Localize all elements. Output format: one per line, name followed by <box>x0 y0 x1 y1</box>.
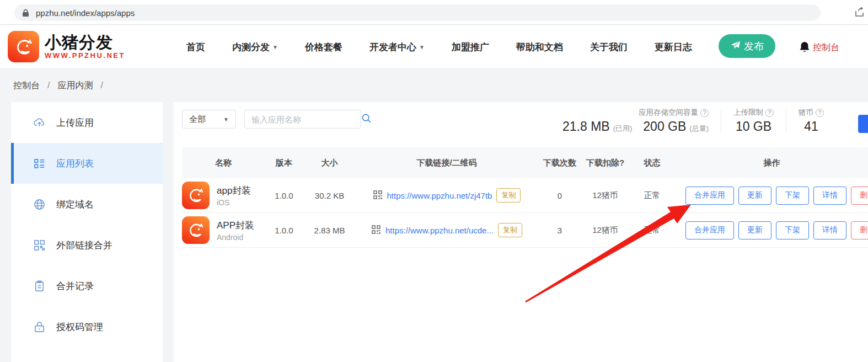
sidebar-item-bind-domain[interactable]: 绑定域名 <box>11 184 163 225</box>
coin-label: 猪币 ? <box>799 108 824 118</box>
nav-affiliate[interactable]: 加盟推广 <box>452 41 489 54</box>
coin-stat: 猪币 ? 41 <box>799 108 824 134</box>
table-row: APP封装 Android 1.0.0 2.83 MB https://www.… <box>182 213 868 248</box>
details-button[interactable]: 详情 <box>813 187 846 205</box>
console-link[interactable]: 控制台 <box>813 42 839 54</box>
account-stats: 应用存储空间容量 ? 21.8 MB (已用) 200 GB (总量) 上传限制… <box>562 108 824 134</box>
breadcrumb-console[interactable]: 控制台 <box>13 80 40 92</box>
nav-about[interactable]: 关于我们 <box>590 41 628 54</box>
clipboard-icon <box>33 280 46 292</box>
col-deduct: 下载扣除? <box>582 158 629 168</box>
help-icon[interactable]: ? <box>816 109 824 117</box>
sidebar-item-merge-records[interactable]: 合并记录 <box>11 265 163 306</box>
col-version: 版本 <box>265 158 303 168</box>
breadcrumb-separator: / <box>100 81 103 91</box>
chevron-down-icon: ▼ <box>272 44 278 50</box>
nav-changelog[interactable]: 更新日志 <box>655 41 692 54</box>
search-input[interactable] <box>251 115 361 124</box>
help-icon[interactable]: ? <box>765 109 774 117</box>
nav-developer-center[interactable]: 开发者中心▼ <box>369 41 425 54</box>
download-count: 3 <box>538 226 582 235</box>
merge-app-button[interactable]: 合并应用 <box>685 221 734 239</box>
upload-limit-label: 上传限制 ? <box>733 108 774 118</box>
share-icon[interactable] <box>854 6 866 18</box>
search-icon[interactable] <box>361 113 372 126</box>
nav-help-docs[interactable]: 帮助和文档 <box>516 41 563 54</box>
bell-icon[interactable] <box>799 41 811 56</box>
upload-limit-value: 10 GB <box>736 119 771 134</box>
sidebar-item-auth-code[interactable]: 授权码管理 <box>11 306 163 347</box>
merge-app-button[interactable]: 合并应用 <box>685 187 734 205</box>
status-badge: 正常 <box>629 225 676 236</box>
copy-button[interactable]: 复制 <box>498 223 522 237</box>
logo-subtitle: WWW.PPZHU.NET <box>45 51 125 60</box>
download-link[interactable]: https://www.ppzhu.net/ucde... <box>385 226 494 235</box>
publish-button[interactable]: 发布 <box>719 34 775 58</box>
nav-beta-distribution[interactable]: 内测分发▼ <box>232 41 278 54</box>
storage-total-value: 200 GB <box>643 119 686 134</box>
storage-used-note: (已用) <box>613 124 633 134</box>
app-icon <box>182 216 210 244</box>
col-downloads: 下载次数 <box>538 158 582 168</box>
pig-logo-icon <box>8 31 39 62</box>
sidebar-item-external-link-merge[interactable]: 外部链接合并 <box>11 225 163 265</box>
sidebar: 上传应用 应用列表 绑定域名 外部链接合并 合并记录 <box>11 102 163 362</box>
qr-code-icon[interactable] <box>373 190 383 201</box>
storage-stat: 应用存储空间容量 ? 21.8 MB (已用) 200 GB (总量) <box>562 108 709 134</box>
unpublish-button[interactable]: 下架 <box>776 187 809 205</box>
col-status: 状态 <box>629 158 676 168</box>
app-type-select-value: 全部 <box>189 114 206 125</box>
update-button[interactable]: 更新 <box>738 221 771 239</box>
main-nav: 首页 内测分发▼ 价格套餐 开发者中心▼ 加盟推广 帮助和文档 关于我们 更新日… <box>186 25 692 69</box>
download-deduct: 12猪币 <box>582 225 629 236</box>
sidebar-item-app-list[interactable]: 应用列表 <box>11 143 163 184</box>
unpublish-button[interactable]: 下架 <box>776 221 809 239</box>
details-button[interactable]: 详情 <box>813 221 846 239</box>
help-icon[interactable]: ? <box>700 109 709 117</box>
storage-label: 应用存储空间容量 ? <box>639 108 709 118</box>
logo-title: 小猪分发 <box>45 34 125 51</box>
divider <box>721 109 721 132</box>
copy-button[interactable]: 复制 <box>496 188 521 203</box>
app-platform: iOS <box>217 198 251 207</box>
url-bar[interactable]: ppzhu.net/index/apps/apps <box>14 4 821 21</box>
chevron-down-icon: ▼ <box>419 44 425 50</box>
app-name: APP封装 <box>217 219 254 232</box>
browser-bar: ppzhu.net/index/apps/apps <box>0 0 868 25</box>
status-badge: 正常 <box>629 190 676 201</box>
download-link[interactable]: https://www.ppzhu.net/zj47tb <box>387 191 492 200</box>
app-version: 1.0.0 <box>265 226 303 235</box>
qr-code-icon[interactable] <box>371 225 381 236</box>
app-size: 30.2 KB <box>303 191 356 200</box>
sidebar-item-upload-app[interactable]: 上传应用 <box>11 102 163 143</box>
col-size: 大小 <box>303 158 356 168</box>
page: ppzhu.net/index/apps/apps 小猪分发 WWW.PPZHU… <box>0 0 868 362</box>
col-name: 名称 <box>182 158 265 168</box>
logo[interactable]: 小猪分发 WWW.PPZHU.NET <box>8 31 125 62</box>
cutoff-blue-button[interactable] <box>858 115 868 133</box>
breadcrumb-app-beta[interactable]: 应用内测 <box>57 80 93 92</box>
app-list-icon <box>33 157 46 170</box>
col-link: 下载链接/二维码 <box>356 158 538 168</box>
nav-home[interactable]: 首页 <box>186 41 205 54</box>
breadcrumb-separator: / <box>47 81 50 91</box>
delete-button[interactable]: 删除 <box>851 221 868 239</box>
app-platform: Android <box>217 233 254 242</box>
lock-icon <box>22 9 29 17</box>
main-panel: 全部 ▼ 应用存储空间容量 ? 21.8 MB (已用) 200 GB ( <box>174 102 868 362</box>
cloud-upload-icon <box>33 116 46 129</box>
globe-icon <box>33 198 46 211</box>
table-header: 名称 版本 大小 下载链接/二维码 下载次数 下载扣除? 状态 操作 <box>182 147 868 178</box>
update-button[interactable]: 更新 <box>738 187 771 205</box>
site-header: 小猪分发 WWW.PPZHU.NET 首页 内测分发▼ 价格套餐 开发者中心▼ … <box>0 25 868 69</box>
app-type-select[interactable]: 全部 ▼ <box>182 110 236 129</box>
col-actions: 操作 <box>676 158 868 168</box>
nav-pricing[interactable]: 价格套餐 <box>305 41 342 54</box>
chevron-down-icon: ▼ <box>223 116 229 123</box>
storage-used-value: 21.8 MB <box>562 119 610 134</box>
divider <box>786 109 786 132</box>
padlock-icon <box>33 321 46 333</box>
qr-merge-icon <box>33 239 46 252</box>
delete-button[interactable]: 删除 <box>851 187 868 205</box>
upload-limit-stat: 上传限制 ? 10 GB <box>733 108 774 134</box>
